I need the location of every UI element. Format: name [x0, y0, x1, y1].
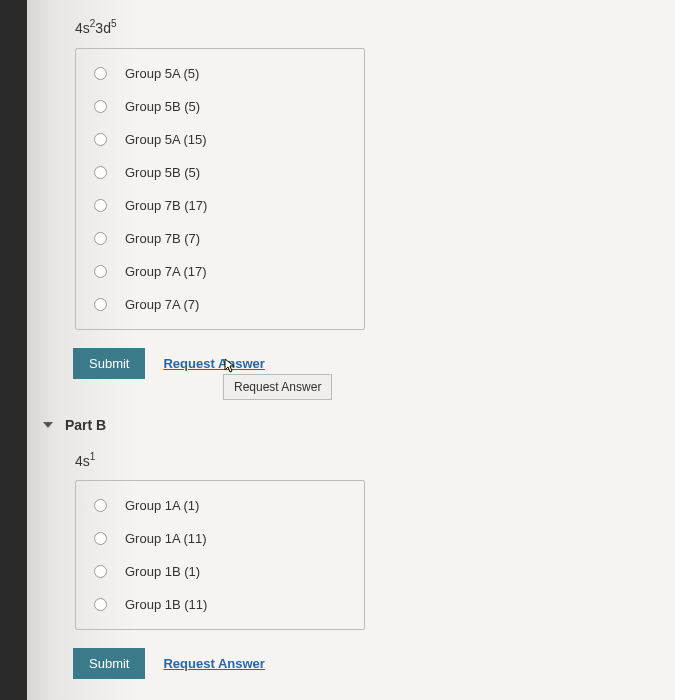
option-label: Group 1B (1) — [125, 564, 200, 579]
part-a-actions: Submit Request Answer Request Answer — [73, 348, 675, 379]
request-answer-link[interactable]: Request Answer — [163, 356, 264, 371]
part-b-actions: Submit Request Answer — [73, 648, 675, 679]
option-row[interactable]: Group 5A (15) — [84, 123, 352, 156]
submit-button[interactable]: Submit — [73, 648, 145, 679]
radio-icon[interactable] — [94, 166, 107, 179]
radio-icon[interactable] — [94, 100, 107, 113]
radio-icon[interactable] — [94, 133, 107, 146]
option-label: Group 5A (5) — [125, 66, 199, 81]
option-label: Group 5B (5) — [125, 99, 200, 114]
chevron-down-icon — [43, 422, 53, 428]
option-label: Group 1A (1) — [125, 498, 199, 513]
radio-icon[interactable] — [94, 67, 107, 80]
option-row[interactable]: Group 7A (17) — [84, 255, 352, 288]
radio-icon[interactable] — [94, 199, 107, 212]
option-label: Group 7B (17) — [125, 198, 207, 213]
option-row[interactable]: Group 7B (7) — [84, 222, 352, 255]
part-b-options: Group 1A (1) Group 1A (11) Group 1B (1) … — [75, 480, 365, 630]
option-row[interactable]: Group 7A (7) — [84, 288, 352, 321]
part-b-question: 4s1 — [75, 451, 675, 469]
part-title: Part B — [65, 417, 106, 433]
radio-icon[interactable] — [94, 265, 107, 278]
radio-icon[interactable] — [94, 298, 107, 311]
tooltip: Request Answer — [223, 374, 332, 400]
option-label: Group 1B (11) — [125, 597, 207, 612]
option-label: Group 5B (5) — [125, 165, 200, 180]
option-row[interactable]: Group 5B (5) — [84, 90, 352, 123]
part-b-header[interactable]: Part B — [43, 417, 675, 433]
request-answer-link[interactable]: Request Answer — [163, 656, 264, 671]
option-label: Group 7A (17) — [125, 264, 207, 279]
part-a-question: 4s23d5 — [75, 18, 675, 36]
radio-icon[interactable] — [94, 499, 107, 512]
option-label: Group 1A (11) — [125, 531, 207, 546]
option-row[interactable]: Group 7B (17) — [84, 189, 352, 222]
option-row[interactable]: Group 1B (1) — [84, 555, 352, 588]
radio-icon[interactable] — [94, 532, 107, 545]
option-row[interactable]: Group 5A (5) — [84, 57, 352, 90]
option-label: Group 7A (7) — [125, 297, 199, 312]
option-row[interactable]: Group 1A (11) — [84, 522, 352, 555]
option-label: Group 7B (7) — [125, 231, 200, 246]
option-row[interactable]: Group 5B (5) — [84, 156, 352, 189]
radio-icon[interactable] — [94, 565, 107, 578]
option-row[interactable]: Group 1B (11) — [84, 588, 352, 621]
radio-icon[interactable] — [94, 232, 107, 245]
option-row[interactable]: Group 1A (1) — [84, 489, 352, 522]
part-a-options: Group 5A (5) Group 5B (5) Group 5A (15) … — [75, 48, 365, 330]
radio-icon[interactable] — [94, 598, 107, 611]
option-label: Group 5A (15) — [125, 132, 207, 147]
submit-button[interactable]: Submit — [73, 348, 145, 379]
